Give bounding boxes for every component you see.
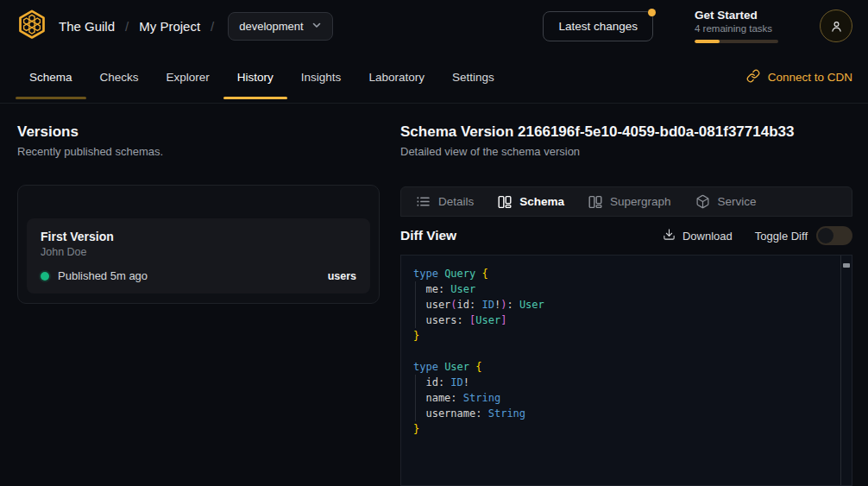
code-line: id: ID! [413, 375, 840, 390]
code-line: users: [User] [413, 312, 840, 328]
scrollbar-track [840, 256, 852, 485]
panels-icon [588, 195, 602, 209]
environment-value: development [239, 20, 303, 33]
version-author: John Doe [41, 246, 356, 258]
breadcrumb-separator: / [125, 19, 129, 34]
code-line: type Query { [413, 266, 840, 281]
nav-tab-checks[interactable]: Checks [86, 52, 153, 103]
version-name: First Version [41, 230, 356, 243]
version-status-row: Published 5m ago users [41, 269, 356, 282]
versions-list-container: First Version John Doe Published 5m ago … [17, 185, 380, 304]
main-nav-tabs: SchemaChecksExplorerHistoryInsightsLabor… [16, 52, 508, 103]
main-nav: SchemaChecksExplorerHistoryInsightsLabor… [0, 52, 868, 104]
user-icon [829, 19, 844, 34]
code-content: type Query { me: User user(id: ID!): Use… [401, 256, 852, 447]
nav-tab-insights[interactable]: Insights [287, 52, 355, 103]
list-icon [416, 194, 431, 209]
connect-to-cdn-label: Connect to CDN [768, 71, 852, 84]
detail-tab-label: Supergraph [610, 195, 671, 208]
get-started-progress-bar [695, 40, 778, 43]
diff-view-header: Diff View Download Toggle Diff [400, 217, 852, 255]
link-icon [746, 69, 760, 85]
code-line: type User { [413, 359, 840, 375]
latest-changes-label: Latest changes [558, 20, 638, 33]
chevron-down-icon [311, 20, 322, 33]
download-label: Download [682, 230, 733, 243]
version-status: Published 5m ago [58, 269, 148, 282]
detail-tab-schema[interactable]: Schema [498, 195, 564, 209]
breadcrumb-separator: / [211, 19, 214, 34]
code-line: user(id: ID!): User [413, 297, 840, 312]
nav-tab-explorer[interactable]: Explorer [153, 52, 223, 103]
nav-tab-laboratory[interactable]: Laboratory [355, 52, 438, 103]
code-line: username: String [413, 406, 840, 421]
nav-tab-history[interactable]: History [223, 52, 287, 103]
get-started-progress-fill [695, 40, 720, 43]
download-button[interactable]: Download [663, 228, 733, 243]
indent-guide [415, 281, 416, 328]
detail-tab-supergraph[interactable]: Supergraph [588, 195, 671, 209]
detail-tabbar: DetailsSchemaSupergraphService [400, 186, 852, 217]
code-line: me: User [413, 281, 840, 297]
diff-view-title: Diff View [400, 228, 456, 243]
latest-changes-button[interactable]: Latest changes [543, 11, 653, 41]
download-icon [663, 228, 676, 243]
detail-tab-label: Service [718, 195, 757, 208]
nav-tab-settings[interactable]: Settings [438, 52, 508, 103]
code-line: } [413, 328, 840, 344]
indent-guide [415, 375, 416, 421]
detail-tab-details[interactable]: Details [416, 194, 474, 209]
code-line: } [413, 421, 840, 437]
version-detail-panel: Schema Version 2166196f-5e10-4059-bd0a-0… [400, 121, 852, 486]
detail-tab-label: Details [438, 195, 474, 208]
schema-version-title: Schema Version 2166196f-5e10-4059-bd0a-0… [400, 121, 852, 143]
get-started-widget[interactable]: Get Started 4 remaining tasks [695, 9, 778, 43]
versions-title: Versions [17, 121, 380, 143]
versions-panel: Versions Recently published schemas. Fir… [17, 121, 380, 486]
connect-to-cdn-button[interactable]: Connect to CDN [746, 52, 852, 103]
top-bar: The Guild / My Project / development Lat… [0, 0, 868, 52]
get-started-subtitle: 4 remaining tasks [695, 23, 778, 34]
panels-icon [498, 195, 512, 209]
published-status-dot [41, 272, 49, 281]
toggle-diff-control: Toggle Diff [755, 226, 852, 245]
schema-version-subtitle: Detailed view of the schema version [400, 143, 852, 161]
hive-logo-icon[interactable] [16, 8, 48, 44]
version-card[interactable]: First Version John Doe Published 5m ago … [27, 218, 370, 293]
breadcrumb: The Guild / My Project / [59, 19, 224, 34]
nav-tab-schema[interactable]: Schema [16, 52, 86, 103]
diff-controls: Download Toggle Diff [663, 226, 852, 245]
code-line [413, 344, 840, 359]
detail-tab-service[interactable]: Service [695, 194, 757, 209]
user-avatar[interactable] [820, 9, 852, 42]
notification-dot [648, 9, 656, 16]
scrollbar-thumb[interactable] [843, 263, 850, 268]
code-line: name: String [413, 390, 840, 406]
content: Versions Recently published schemas. Fir… [0, 104, 868, 486]
app-window: The Guild / My Project / development Lat… [0, 0, 868, 486]
toggle-diff-label: Toggle Diff [755, 230, 808, 243]
cube-icon [695, 194, 710, 209]
schema-code-panel: type Query { me: User user(id: ID!): Use… [400, 255, 852, 486]
breadcrumb-org[interactable]: The Guild [59, 19, 115, 34]
get-started-title: Get Started [695, 9, 778, 22]
detail-tab-label: Schema [519, 195, 564, 208]
service-name-badge: users [328, 270, 356, 282]
breadcrumb-project[interactable]: My Project [139, 19, 200, 34]
toggle-knob [818, 228, 833, 243]
toggle-diff-switch[interactable] [816, 226, 852, 245]
versions-subtitle: Recently published schemas. [17, 143, 380, 161]
environment-selector[interactable]: development [228, 12, 332, 41]
